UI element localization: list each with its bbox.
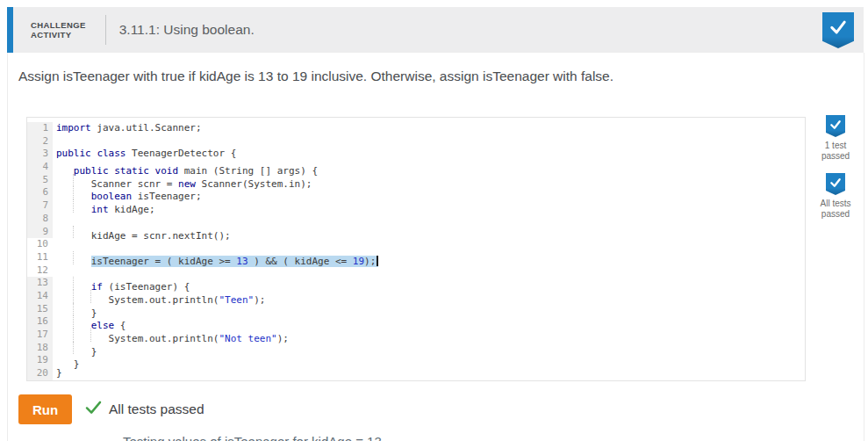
code-line[interactable]: 7int kidAge; bbox=[27, 199, 805, 213]
indent-guide bbox=[56, 226, 74, 239]
test-result-label: 1 testpassed bbox=[821, 141, 850, 161]
code-text: public class TeenagerDetector { bbox=[53, 148, 236, 161]
code-editor[interactable]: 1import java.util.Scanner;23public class… bbox=[26, 117, 806, 381]
code-token: } bbox=[56, 367, 62, 379]
test-result-item: All testspassed bbox=[820, 173, 850, 219]
code-text: int kidAge; bbox=[53, 199, 155, 213]
code-token: TeenagerDetector { bbox=[126, 148, 237, 159]
challenge-header: CHALLENGE ACTIVITY 3.11.1: Using boolean… bbox=[7, 7, 864, 53]
code-line[interactable]: 20} bbox=[27, 367, 805, 380]
code-text: else { bbox=[53, 315, 126, 329]
code-line[interactable]: 6boolean isTeenager; bbox=[27, 186, 805, 199]
code-token: 19 bbox=[353, 256, 364, 267]
code-text: if (isTeenager) { bbox=[53, 277, 190, 290]
test-passed-badge bbox=[826, 115, 845, 137]
line-number: 9 bbox=[27, 226, 53, 239]
test-output-partial: Testing values of isTeenager for kidAge … bbox=[123, 434, 382, 441]
code-text: isTeenager = ( kidAge >= 13 ) && ( kidAg… bbox=[53, 251, 378, 264]
code-line[interactable]: 4public static void main (String [] args… bbox=[27, 161, 805, 174]
indent-guide bbox=[74, 251, 91, 264]
test-result-item: 1 testpassed bbox=[821, 115, 850, 161]
indent-guide bbox=[56, 303, 74, 316]
code-line[interactable]: 14System.out.println("Teen"); bbox=[27, 290, 805, 303]
test-result-label: All testspassed bbox=[820, 199, 850, 219]
code-token: kidAge = scnr.nextInt(); bbox=[91, 229, 231, 241]
code-line[interactable]: 16else { bbox=[27, 315, 805, 329]
header-divider bbox=[105, 15, 106, 45]
code-line[interactable]: 9kidAge = scnr.nextInt(); bbox=[27, 226, 805, 239]
code-text bbox=[53, 213, 56, 226]
code-editor-lines: 1import java.util.Scanner;23public class… bbox=[27, 122, 805, 380]
run-status-text: All tests passed bbox=[109, 401, 204, 417]
indent-guide bbox=[56, 186, 74, 199]
indent-guide bbox=[74, 329, 91, 342]
code-line[interactable]: 1import java.util.Scanner; bbox=[27, 122, 805, 135]
test-results-rail: 1 testpassedAll testspassed bbox=[809, 115, 862, 231]
indent-guide bbox=[91, 329, 109, 342]
line-number: 17 bbox=[27, 329, 53, 342]
code-token: "Not teen" bbox=[219, 333, 276, 344]
card-left-border bbox=[7, 53, 8, 441]
run-row: Run All tests passed bbox=[18, 394, 204, 424]
line-number: 14 bbox=[27, 290, 53, 303]
card-right-border bbox=[864, 53, 864, 441]
line-number: 15 bbox=[27, 303, 53, 316]
code-token: System.out.println( bbox=[109, 333, 219, 344]
line-number: 19 bbox=[27, 354, 53, 367]
code-line[interactable]: 19} bbox=[27, 354, 805, 367]
code-token: kidAge; bbox=[109, 204, 155, 215]
code-token: "Teen" bbox=[219, 294, 254, 306]
line-number: 1 bbox=[27, 122, 53, 135]
run-button[interactable]: Run bbox=[18, 394, 72, 424]
indent-guide bbox=[74, 303, 91, 316]
indent-guide bbox=[74, 315, 91, 329]
header-accent-bar bbox=[7, 7, 13, 53]
indent-guide bbox=[56, 354, 74, 367]
run-status: All tests passed bbox=[85, 401, 204, 418]
code-text: } bbox=[53, 354, 79, 367]
line-number: 5 bbox=[27, 174, 53, 187]
kicker-line-1: CHALLENGE bbox=[31, 20, 86, 31]
check-icon bbox=[829, 115, 842, 130]
check-icon bbox=[829, 173, 842, 188]
line-number: 7 bbox=[27, 199, 53, 213]
code-line[interactable]: 17System.out.println("Not teen"); bbox=[27, 329, 805, 342]
line-number: 10 bbox=[27, 238, 53, 251]
indent-guide bbox=[74, 226, 91, 239]
activity-complete-badge bbox=[822, 12, 854, 48]
code-token: import bbox=[56, 122, 91, 134]
text-cursor bbox=[377, 256, 378, 266]
line-number: 3 bbox=[27, 148, 53, 161]
indent-guide bbox=[74, 277, 91, 290]
selected-text: isTeenager = ( kidAge >= 13 ) && ( kidAg… bbox=[91, 256, 378, 267]
line-number: 20 bbox=[27, 367, 53, 380]
indent-guide bbox=[56, 315, 74, 329]
code-text: boolean isTeenager; bbox=[53, 186, 202, 199]
code-text: System.out.println("Not teen"); bbox=[53, 329, 289, 342]
code-token: ); bbox=[277, 333, 289, 344]
code-line[interactable]: 11isTeenager = ( kidAge >= 13 ) && ( kid… bbox=[27, 251, 805, 264]
code-text bbox=[53, 264, 56, 278]
code-text: System.out.println("Teen"); bbox=[53, 290, 265, 303]
code-line[interactable]: 3public class TeenagerDetector { bbox=[27, 148, 805, 161]
code-text bbox=[53, 238, 56, 251]
line-number: 16 bbox=[27, 315, 53, 329]
code-token: } bbox=[74, 358, 80, 370]
indent-guide bbox=[56, 342, 74, 355]
line-number: 12 bbox=[27, 264, 53, 278]
code-line[interactable]: 5Scanner scnr = new Scanner(System.in); bbox=[27, 174, 805, 187]
code-text: public static void main (String [] args)… bbox=[53, 161, 318, 174]
code-token: int bbox=[91, 204, 109, 215]
indent-guide bbox=[56, 199, 74, 213]
code-text: } bbox=[53, 303, 97, 316]
indent-guide bbox=[56, 251, 74, 264]
indent-guide bbox=[74, 199, 91, 213]
indent-guide bbox=[56, 329, 74, 342]
code-line[interactable]: 2 bbox=[27, 135, 805, 148]
line-number: 18 bbox=[27, 342, 53, 355]
line-number: 13 bbox=[27, 277, 53, 290]
code-token: ) && ( kidAge <= bbox=[248, 256, 353, 267]
code-line[interactable]: 13if (isTeenager) { bbox=[27, 277, 805, 290]
code-token: System.out.println( bbox=[109, 294, 219, 306]
green-check-icon bbox=[85, 401, 109, 418]
